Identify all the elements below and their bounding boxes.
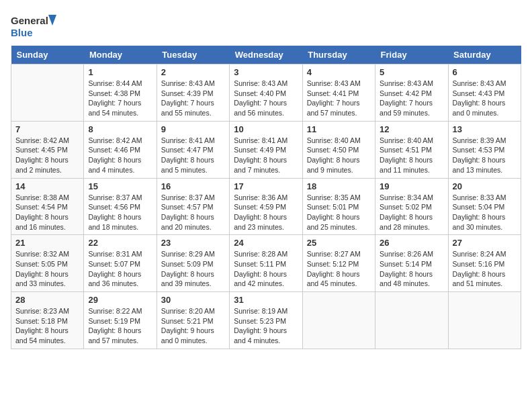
- week-row-3: 14Sunrise: 8:38 AM Sunset: 4:54 PM Dayli…: [11, 178, 521, 235]
- day-number: 30: [161, 295, 225, 305]
- day-number: 20: [453, 181, 517, 191]
- day-number: 29: [88, 295, 152, 305]
- day-number: 26: [380, 238, 443, 248]
- day-details: Sunrise: 8:20 AM Sunset: 5:21 PM Dayligh…: [161, 306, 225, 346]
- day-details: Sunrise: 8:36 AM Sunset: 4:59 PM Dayligh…: [234, 193, 298, 232]
- day-cell: 29Sunrise: 8:22 AM Sunset: 5:19 PM Dayli…: [84, 292, 157, 349]
- day-details: Sunrise: 8:19 AM Sunset: 5:23 PM Dayligh…: [234, 306, 298, 346]
- col-header-sunday: Sunday: [11, 46, 84, 64]
- day-details: Sunrise: 8:23 AM Sunset: 5:18 PM Dayligh…: [15, 306, 79, 346]
- logo-icon: GeneralBlue: [11, 11, 58, 40]
- day-cell: 28Sunrise: 8:23 AM Sunset: 5:18 PM Dayli…: [11, 292, 84, 349]
- day-cell: 27Sunrise: 8:24 AM Sunset: 5:16 PM Dayli…: [448, 235, 521, 292]
- day-cell: 4Sunrise: 8:43 AM Sunset: 4:41 PM Daylig…: [302, 64, 375, 122]
- day-number: 2: [161, 67, 225, 77]
- day-cell: [375, 292, 448, 349]
- day-details: Sunrise: 8:35 AM Sunset: 5:01 PM Dayligh…: [307, 193, 371, 232]
- day-number: 25: [307, 238, 371, 248]
- day-cell: [302, 292, 375, 349]
- day-details: Sunrise: 8:39 AM Sunset: 4:53 PM Dayligh…: [453, 136, 517, 175]
- day-number: 24: [234, 238, 298, 248]
- week-row-5: 28Sunrise: 8:23 AM Sunset: 5:18 PM Dayli…: [11, 292, 521, 349]
- day-cell: 2Sunrise: 8:43 AM Sunset: 4:39 PM Daylig…: [157, 64, 229, 122]
- day-details: Sunrise: 8:24 AM Sunset: 5:16 PM Dayligh…: [453, 249, 517, 289]
- day-cell: 19Sunrise: 8:34 AM Sunset: 5:02 PM Dayli…: [375, 178, 448, 235]
- day-number: 12: [380, 124, 443, 134]
- day-details: Sunrise: 8:33 AM Sunset: 5:04 PM Dayligh…: [453, 193, 517, 232]
- day-number: 19: [380, 181, 443, 191]
- day-number: 17: [234, 181, 298, 191]
- day-details: Sunrise: 8:41 AM Sunset: 4:49 PM Dayligh…: [234, 136, 298, 175]
- logo: GeneralBlue: [11, 11, 58, 40]
- day-details: Sunrise: 8:40 AM Sunset: 4:51 PM Dayligh…: [380, 136, 443, 175]
- day-cell: 21Sunrise: 8:32 AM Sunset: 5:05 PM Dayli…: [11, 235, 84, 292]
- day-number: 10: [234, 124, 298, 134]
- day-cell: 11Sunrise: 8:40 AM Sunset: 4:50 PM Dayli…: [302, 121, 375, 178]
- day-cell: 26Sunrise: 8:26 AM Sunset: 5:14 PM Dayli…: [375, 235, 448, 292]
- day-cell: 25Sunrise: 8:27 AM Sunset: 5:12 PM Dayli…: [302, 235, 375, 292]
- page-header: GeneralBlue: [11, 11, 521, 40]
- day-cell: 31Sunrise: 8:19 AM Sunset: 5:23 PM Dayli…: [230, 292, 302, 349]
- day-details: Sunrise: 8:31 AM Sunset: 5:07 PM Dayligh…: [88, 249, 152, 289]
- day-cell: 14Sunrise: 8:38 AM Sunset: 4:54 PM Dayli…: [11, 178, 84, 235]
- day-details: Sunrise: 8:28 AM Sunset: 5:11 PM Dayligh…: [234, 249, 298, 289]
- day-cell: 23Sunrise: 8:29 AM Sunset: 5:09 PM Dayli…: [157, 235, 229, 292]
- day-number: 1: [88, 67, 152, 77]
- day-details: Sunrise: 8:26 AM Sunset: 5:14 PM Dayligh…: [380, 249, 443, 289]
- day-cell: 10Sunrise: 8:41 AM Sunset: 4:49 PM Dayli…: [230, 121, 302, 178]
- day-number: 4: [307, 67, 371, 77]
- week-row-1: 1Sunrise: 8:44 AM Sunset: 4:38 PM Daylig…: [11, 64, 521, 122]
- day-details: Sunrise: 8:43 AM Sunset: 4:39 PM Dayligh…: [161, 79, 225, 118]
- day-cell: 22Sunrise: 8:31 AM Sunset: 5:07 PM Dayli…: [84, 235, 157, 292]
- day-cell: 17Sunrise: 8:36 AM Sunset: 4:59 PM Dayli…: [230, 178, 302, 235]
- svg-text:General: General: [11, 15, 48, 26]
- day-details: Sunrise: 8:43 AM Sunset: 4:41 PM Dayligh…: [307, 79, 371, 118]
- day-number: 14: [15, 181, 79, 191]
- day-number: 5: [380, 67, 443, 77]
- col-header-monday: Monday: [84, 46, 157, 64]
- day-number: 9: [161, 124, 225, 134]
- day-number: 21: [15, 238, 79, 248]
- calendar-table: SundayMondayTuesdayWednesdayThursdayFrid…: [11, 46, 521, 349]
- day-number: 23: [161, 238, 225, 248]
- day-cell: 8Sunrise: 8:42 AM Sunset: 4:46 PM Daylig…: [84, 121, 157, 178]
- calendar-header-row: SundayMondayTuesdayWednesdayThursdayFrid…: [11, 46, 521, 64]
- day-details: Sunrise: 8:44 AM Sunset: 4:38 PM Dayligh…: [88, 79, 152, 118]
- day-cell: 16Sunrise: 8:37 AM Sunset: 4:57 PM Dayli…: [157, 178, 229, 235]
- day-details: Sunrise: 8:27 AM Sunset: 5:12 PM Dayligh…: [307, 249, 371, 289]
- day-number: 15: [88, 181, 152, 191]
- day-cell: 7Sunrise: 8:42 AM Sunset: 4:45 PM Daylig…: [11, 121, 84, 178]
- col-header-thursday: Thursday: [302, 46, 375, 64]
- day-number: 3: [234, 67, 298, 77]
- day-cell: 9Sunrise: 8:41 AM Sunset: 4:47 PM Daylig…: [157, 121, 229, 178]
- day-cell: 13Sunrise: 8:39 AM Sunset: 4:53 PM Dayli…: [448, 121, 521, 178]
- svg-text:Blue: Blue: [11, 27, 33, 38]
- day-details: Sunrise: 8:41 AM Sunset: 4:47 PM Dayligh…: [161, 136, 225, 175]
- day-details: Sunrise: 8:43 AM Sunset: 4:40 PM Dayligh…: [234, 79, 298, 118]
- day-details: Sunrise: 8:42 AM Sunset: 4:46 PM Dayligh…: [88, 136, 152, 175]
- day-details: Sunrise: 8:34 AM Sunset: 5:02 PM Dayligh…: [380, 193, 443, 232]
- day-number: 7: [15, 124, 79, 134]
- day-number: 16: [161, 181, 225, 191]
- day-number: 13: [453, 124, 517, 134]
- day-cell: 6Sunrise: 8:43 AM Sunset: 4:43 PM Daylig…: [448, 64, 521, 122]
- day-details: Sunrise: 8:43 AM Sunset: 4:43 PM Dayligh…: [453, 79, 517, 118]
- day-number: 6: [453, 67, 517, 77]
- week-row-4: 21Sunrise: 8:32 AM Sunset: 5:05 PM Dayli…: [11, 235, 521, 292]
- day-number: 27: [453, 238, 517, 248]
- col-header-friday: Friday: [375, 46, 448, 64]
- svg-marker-2: [48, 15, 56, 26]
- day-details: Sunrise: 8:32 AM Sunset: 5:05 PM Dayligh…: [15, 249, 79, 289]
- day-number: 8: [88, 124, 152, 134]
- day-details: Sunrise: 8:37 AM Sunset: 4:56 PM Dayligh…: [88, 193, 152, 232]
- day-details: Sunrise: 8:22 AM Sunset: 5:19 PM Dayligh…: [88, 306, 152, 346]
- day-details: Sunrise: 8:40 AM Sunset: 4:50 PM Dayligh…: [307, 136, 371, 175]
- day-cell: 30Sunrise: 8:20 AM Sunset: 5:21 PM Dayli…: [157, 292, 229, 349]
- day-cell: 24Sunrise: 8:28 AM Sunset: 5:11 PM Dayli…: [230, 235, 302, 292]
- day-number: 28: [15, 295, 79, 305]
- col-header-wednesday: Wednesday: [230, 46, 302, 64]
- day-number: 22: [88, 238, 152, 248]
- col-header-saturday: Saturday: [448, 46, 521, 64]
- day-details: Sunrise: 8:29 AM Sunset: 5:09 PM Dayligh…: [161, 249, 225, 289]
- day-cell: 20Sunrise: 8:33 AM Sunset: 5:04 PM Dayli…: [448, 178, 521, 235]
